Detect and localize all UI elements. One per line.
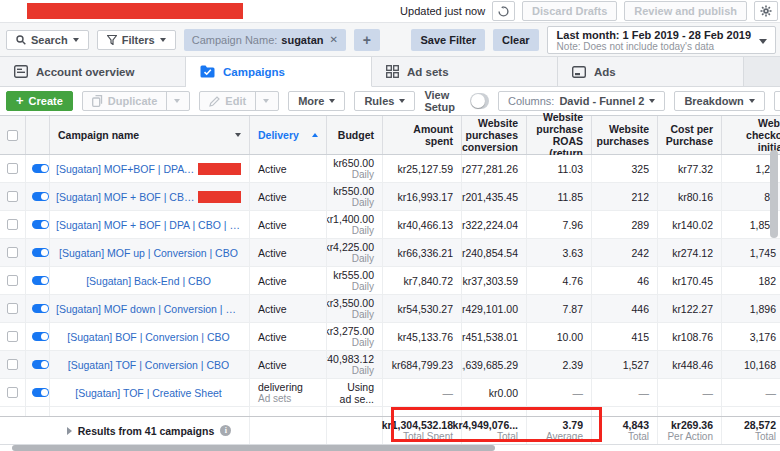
campaign-name-link[interactable]: [Sugatan] MOF + BOF | CBO | DPA UGC | [56,191,195,203]
column-header-delivery[interactable]: Delivery [250,116,327,154]
vertical-scrollbar-thumb[interactable] [770,150,778,238]
search-dropdown[interactable]: Search [6,30,89,50]
campaign-name-link[interactable]: [Sugatan] MOF down | Conversion | CBO [56,303,241,315]
campaign-active-toggle[interactable] [32,192,49,201]
add-filter-button[interactable]: + [354,29,380,51]
clear-filter-button[interactable]: Clear [493,29,539,51]
chip-remove-icon[interactable]: ✕ [330,34,338,45]
column-header-budget[interactable]: Budget [327,116,383,154]
campaign-name-link[interactable]: [Sugatan] TOF | Creative Sheet [75,387,222,399]
create-button[interactable]: + Create [6,91,73,111]
campaign-active-toggle[interactable] [32,332,49,341]
purchases-conversion-value: kr451,538.01 [462,331,518,343]
campaign-active-toggle[interactable] [32,360,49,369]
tab-campaigns[interactable]: Campaigns [186,57,372,87]
reports-button[interactable]: Reports [774,91,780,111]
purchases-conversion-value: kr37,303.59 [463,275,518,287]
column-header-checkouts-initiated[interactable]: Website checkouts initiated [722,116,780,154]
campaign-active-toggle[interactable] [32,388,49,397]
campaign-active-toggle[interactable] [32,220,49,229]
campaign-active-toggle[interactable] [32,248,49,257]
column-header-campaign-name[interactable]: Campaign name [50,116,250,154]
campaign-active-toggle[interactable] [32,276,49,285]
settings-button[interactable] [754,1,778,21]
chevron-down-icon[interactable] [263,99,269,103]
refresh-button[interactable] [492,1,515,21]
tab-ad-sets[interactable]: Ad sets [372,57,558,86]
website-purchases-value: 446 [631,303,649,315]
tab-account-overview[interactable]: Account overview [0,57,186,86]
row-checkbox[interactable] [7,303,18,314]
chevron-down-icon[interactable] [174,99,180,103]
amount-spent-value: kr66,336.21 [398,247,453,259]
table-row: [Sugatan] BOF | Conversion | CBO Active … [0,323,780,351]
purchases-conversion-value: kr0.00 [489,387,518,399]
budget-type: Daily [352,169,374,181]
discard-drafts-button[interactable]: Discard Drafts [522,1,617,21]
results-summary[interactable]: Results from 41 campaigns i [0,417,250,444]
purchase-roas-value: — [573,387,584,399]
cost-per-purchase-value: kr140.02 [672,219,713,231]
column-header-purchase-roas[interactable]: Website purchase ROAS (return [527,116,592,154]
budget-type: Daily [352,281,374,293]
campaign-active-toggle[interactable] [32,164,49,173]
amount-spent-value: kr54,530.27 [398,303,453,315]
row-checkbox[interactable] [7,275,18,286]
tab-ads[interactable]: Ads [558,57,744,86]
filters-dropdown[interactable]: Filters [97,30,176,50]
campaign-name-link[interactable]: [Sugatan] MOF+BOF | DPA Studio | CBO | [56,163,195,175]
row-checkbox[interactable] [7,191,18,202]
purchase-roas-value: 11.03 [558,163,584,175]
campaign-name-link[interactable]: [Sugatan] MOF up | Conversion | CBO [59,247,238,259]
updated-status: Updated just now [400,5,485,17]
cost-per-purchase-value: kr274.12 [672,247,713,259]
gear-icon [760,5,772,17]
table-row: [Sugatan] TOF | Conversion | CBO Active … [0,351,780,379]
edit-button[interactable]: Edit [199,91,279,111]
campaign-name-link[interactable]: [Sugatan] Back-End | CBO [86,275,211,287]
info-icon[interactable]: i [220,425,231,436]
more-button[interactable]: More [288,91,345,111]
expand-caret-icon[interactable] [67,427,72,435]
horizontal-scrollbar-thumb[interactable] [12,445,495,451]
columns-button[interactable]: Columns: David - Funnel 2 [498,91,665,111]
ad-sets-grid-icon [386,65,399,78]
campaign-name-link[interactable]: [Sugatan] TOF | Conversion | CBO [68,359,229,371]
date-range-selector[interactable]: Last month: 1 Feb 2019 - 28 Feb 2019 Not… [547,26,776,54]
row-checkbox[interactable] [7,331,18,342]
column-header-website-purchases[interactable]: Website purchases [592,116,658,154]
column-header-cost-per-purchase[interactable]: Cost per Purchase [658,116,722,154]
breakdown-button[interactable]: Breakdown [674,91,764,111]
select-all-checkbox[interactable] [7,130,18,141]
redaction-account-name [27,3,243,19]
campaign-name-link[interactable]: [Sugatan] BOF | Conversion | CBO [67,331,229,343]
budget-type: Daily [352,365,374,377]
campaign-active-toggle[interactable] [32,304,49,313]
review-publish-button[interactable]: Review and publish [624,1,747,21]
cost-per-purchase-value: kr170.45 [672,275,713,287]
row-checkbox[interactable] [7,247,18,258]
campaigns-folder-icon [200,65,215,78]
amount-spent-value: kr45,133.76 [398,331,453,343]
checkouts-initiated-value: 1,896 [750,303,776,315]
checkouts-initiated-value: 10,168 [744,359,776,371]
column-header-amount-spent[interactable]: Amount spent [383,116,462,154]
row-checkbox[interactable] [7,359,18,370]
campaign-name-link[interactable]: [Sugatan] MOF + BOF | DPA | CBO | Worldw… [56,219,241,231]
budget-type: Daily [352,337,374,349]
view-setup-toggle[interactable] [470,93,489,109]
filter-chip-campaign-name[interactable]: Campaign Name: sugatan ✕ [184,29,346,51]
chevron-down-icon [235,133,241,137]
column-header-purchases-conversion[interactable]: Website purchases conversion [462,116,527,154]
delivery-substatus: Ad sets inactive [258,393,318,407]
duplicate-button[interactable]: Duplicate [82,91,191,111]
save-filter-button[interactable]: Save Filter [411,29,485,51]
purchase-roas-value: 4.76 [563,275,583,287]
table-footer: Results from 41 campaigns i kr1,304,532.… [0,416,780,445]
rules-button[interactable]: Rules [354,91,415,111]
row-checkbox[interactable] [7,219,18,230]
row-checkbox[interactable] [7,163,18,174]
row-checkbox[interactable] [7,387,18,398]
redaction-overlay [198,163,241,175]
top-bar: Updated just now Discard Drafts Review a… [0,0,780,22]
